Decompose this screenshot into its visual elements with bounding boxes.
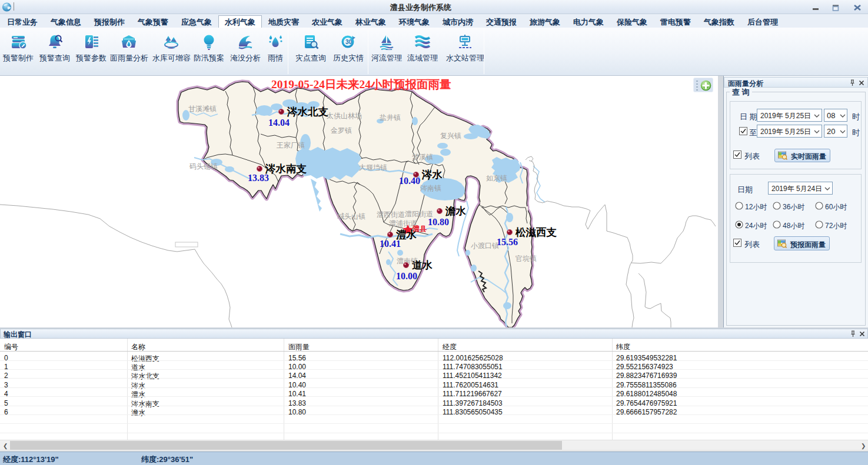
svg-text:10.80: 10.80	[428, 217, 449, 227]
svg-text:城头山镇: 城头山镇	[337, 212, 365, 220]
svg-text:梦溪镇: 梦溪镇	[412, 153, 433, 161]
svg-text:王家厂镇: 王家厂镇	[277, 141, 305, 149]
svg-text:30: 30	[345, 39, 352, 45]
svg-text:涔南镇: 涔南镇	[420, 184, 441, 192]
svg-text:小渡口镇: 小渡口镇	[471, 242, 499, 250]
svg-text:复兴镇: 复兴镇	[440, 132, 461, 140]
svg-text:10.41: 10.41	[380, 239, 401, 249]
svg-text:澧西街道: 澧西街道	[377, 210, 405, 219]
svg-text:官垸镇: 官垸镇	[516, 255, 537, 263]
svg-text:涔水: 涔水	[421, 169, 443, 180]
svg-text:如东镇: 如东镇	[486, 174, 507, 182]
svg-text:13.83: 13.83	[248, 173, 269, 183]
svg-text:太供山林场: 太供山林场	[327, 112, 362, 120]
svg-text:2019-05-24日未来24小时预报面雨量: 2019-05-24日未来24小时预报面雨量	[271, 78, 451, 91]
svg-text:涔水北支: 涔水北支	[287, 106, 329, 118]
svg-text:松滋西支: 松滋西支	[515, 226, 557, 238]
svg-text:甘溪滩镇: 甘溪滩镇	[188, 105, 217, 113]
svg-text:大堰垱镇: 大堰垱镇	[359, 163, 387, 172]
svg-text:10.00: 10.00	[396, 271, 417, 281]
svg-text:15.56: 15.56	[497, 237, 518, 247]
svg-text:道水: 道水	[412, 259, 433, 271]
svg-text:盐井镇: 盐井镇	[380, 113, 401, 122]
svg-text:金罗镇: 金罗镇	[330, 126, 352, 135]
svg-text:14.04: 14.04	[268, 118, 290, 128]
svg-text:10.40: 10.40	[399, 176, 420, 186]
svg-text:涔水南支: 涔水南支	[265, 163, 307, 175]
svg-text:码头铺镇: 码头铺镇	[189, 162, 218, 170]
svg-text:澹水: 澹水	[445, 205, 467, 217]
